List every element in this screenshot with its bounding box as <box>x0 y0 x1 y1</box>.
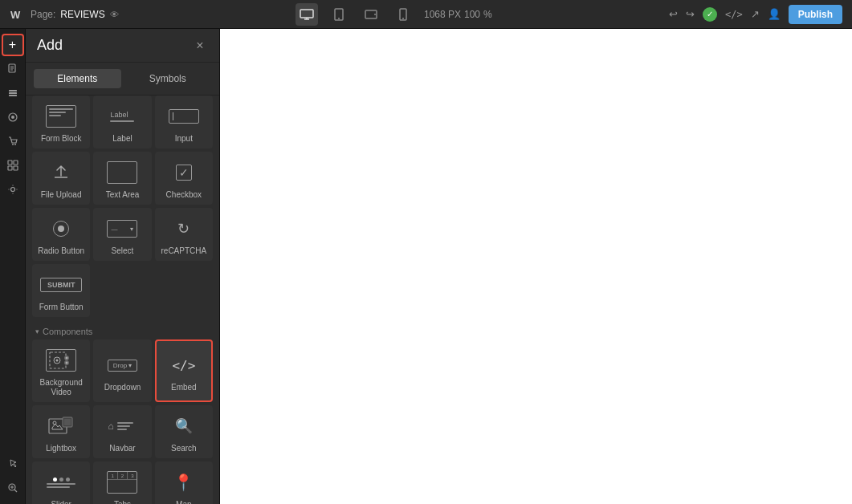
ecommerce-tool[interactable] <box>2 130 24 152</box>
share-icon[interactable]: ↗ <box>751 8 760 20</box>
element-embed[interactable]: </> Embed <box>155 339 213 402</box>
status-indicator: ✓ <box>703 7 717 22</box>
interactions-tool[interactable] <box>2 453 24 475</box>
element-radio-button[interactable]: Radio Button <box>32 208 90 261</box>
page-name: REVIEWS <box>60 9 104 20</box>
tablet-device-btn[interactable] <box>328 3 350 26</box>
svg-point-36 <box>66 362 68 364</box>
svg-point-34 <box>66 357 68 360</box>
slider-icon <box>42 468 80 497</box>
publish-button[interactable]: Publish <box>789 5 842 24</box>
add-panel-title: Add <box>37 37 63 54</box>
search-icon: 🔍 <box>165 412 203 441</box>
element-select[interactable]: — ▾ Select <box>93 208 151 261</box>
add-panel-header: Add × <box>26 29 219 63</box>
element-checkbox[interactable]: ✓ Checkbox <box>155 152 213 205</box>
topbar: W Page: REVIEWS 👁 <box>0 0 852 29</box>
left-toolbar: + <box>0 29 26 504</box>
form-button-row: SUBMIT Form Button <box>32 264 213 317</box>
svg-point-32 <box>56 360 59 362</box>
elements-grid-form-top: Form Block Label Label <box>32 96 213 148</box>
svg-line-27 <box>14 490 17 492</box>
svg-rect-40 <box>64 419 71 425</box>
tabs-icon: 1 2 3 <box>103 468 141 497</box>
radio-icon <box>42 214 80 243</box>
svg-rect-24 <box>14 166 18 170</box>
element-map[interactable]: 📍 Map <box>155 461 213 504</box>
elements-grid-components3: Slider 1 2 3 Tabs <box>32 461 213 504</box>
tab-symbols[interactable]: Symbols <box>124 69 212 88</box>
file-upload-icon <box>42 158 80 187</box>
pages-tool[interactable] <box>2 58 24 80</box>
topbar-left: W Page: REVIEWS 👁 <box>10 7 119 22</box>
page-info: Page: REVIEWS 👁 <box>31 9 119 20</box>
dropdown-label: Dropdown <box>104 383 141 392</box>
text-area-icon <box>103 158 141 187</box>
svg-rect-14 <box>9 90 17 91</box>
panel-tabs: Elements Symbols <box>26 63 219 96</box>
undo-icon[interactable]: ↩ <box>669 8 678 20</box>
zoom-percent: % <box>483 9 492 20</box>
navbar-label: Navbar <box>109 444 135 453</box>
svg-rect-1 <box>300 10 313 18</box>
tab-elements[interactable]: Elements <box>34 69 121 88</box>
elements-grid-components2: Lightbox ⌂ <box>32 405 213 458</box>
section-arrow: ▾ <box>35 327 39 335</box>
element-lightbox[interactable]: Lightbox <box>32 405 90 458</box>
assets-tool[interactable] <box>2 106 24 128</box>
element-tabs[interactable]: 1 2 3 Tabs <box>93 461 151 504</box>
element-search[interactable]: 🔍 Search <box>155 405 213 458</box>
canvas-white-area <box>220 29 852 504</box>
element-dropdown[interactable]: Drop▾ Dropdown <box>93 339 151 402</box>
add-element-tool[interactable]: + <box>2 34 24 56</box>
element-slider[interactable]: Slider <box>32 461 90 504</box>
topbar-right: ↩ ↪ ✓ </> ↗ 👤 Publish <box>669 5 842 24</box>
zoom-tool[interactable] <box>2 477 24 499</box>
recaptcha-label: reCAPTCHA <box>161 246 206 256</box>
recaptcha-icon: ↻ <box>165 214 203 243</box>
components-tool[interactable] <box>2 154 24 177</box>
desktop-device-btn[interactable] <box>296 3 318 26</box>
components-section-label: ▾ Components <box>32 320 213 339</box>
element-form-button[interactable]: SUBMIT Form Button <box>32 264 90 317</box>
element-label[interactable]: Label Label <box>93 96 151 148</box>
element-navbar[interactable]: ⌂ Navbar <box>93 405 151 458</box>
mobile-portrait-btn[interactable] <box>392 3 414 26</box>
svg-text:W: W <box>10 9 21 21</box>
settings-tool[interactable] <box>2 178 24 201</box>
page-label: Page: <box>31 9 55 20</box>
background-video-label: Background Video <box>39 378 82 397</box>
embed-label: Embed <box>171 383 197 392</box>
element-input[interactable]: Input <box>155 96 213 148</box>
element-background-video[interactable]: Background Video <box>32 339 90 402</box>
mobile-landscape-btn[interactable] <box>360 3 382 26</box>
svg-point-18 <box>11 116 14 119</box>
section-name: Components <box>43 327 92 336</box>
checkbox-label: Checkbox <box>166 190 202 200</box>
form-button-label: Form Button <box>39 303 84 312</box>
code-icon[interactable]: </> <box>725 9 743 20</box>
webflow-logo: W <box>10 7 24 22</box>
element-form-block[interactable]: Form Block <box>32 96 90 148</box>
close-panel-button[interactable]: × <box>192 38 208 54</box>
elements-grid-form-mid: File Upload Text Area ✓ Checkbox <box>32 152 213 205</box>
text-area-label: Text Area <box>106 190 140 200</box>
redo-icon[interactable]: ↪ <box>686 8 695 20</box>
input-label: Input <box>175 134 193 144</box>
add-panel: Add × Elements Symbols F <box>26 29 220 504</box>
slider-label: Slider <box>51 500 71 504</box>
topbar-center: 1068 PX 100 % <box>296 3 492 26</box>
svg-point-19 <box>12 144 14 145</box>
account-icon[interactable]: 👤 <box>768 8 781 20</box>
main-area: + <box>0 29 852 504</box>
layers-tool[interactable] <box>2 82 24 104</box>
embed-icon: </> <box>165 351 203 380</box>
select-icon: — ▾ <box>103 214 141 243</box>
svg-rect-21 <box>8 161 12 165</box>
element-text-area[interactable]: Text Area <box>93 152 151 205</box>
radio-label: Radio Button <box>38 246 84 256</box>
svg-rect-15 <box>9 92 17 94</box>
element-recaptcha[interactable]: ↻ reCAPTCHA <box>155 208 213 261</box>
svg-point-38 <box>53 421 56 425</box>
element-file-upload[interactable]: File Upload <box>32 152 90 205</box>
